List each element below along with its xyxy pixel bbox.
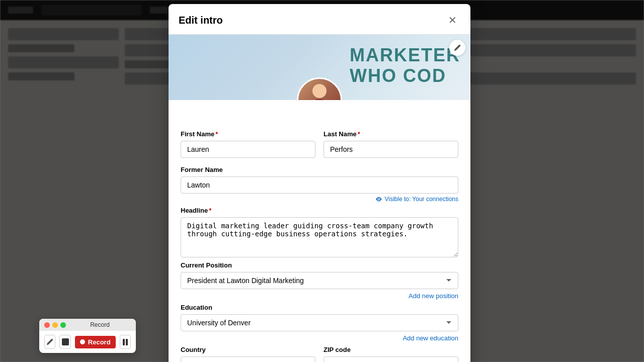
record-title-bar: Record [39,319,136,331]
avatar-area [297,77,342,100]
eye-icon [375,196,382,203]
square-inner [62,338,69,345]
first-name-group: First Name* [181,130,315,158]
name-row: First Name* Last Name* [181,130,458,158]
current-position-label: Current Position [181,261,458,269]
pause-bar-left [123,339,125,345]
modal-body: First Name* Last Name* Former Name Visib [169,100,470,362]
record-button[interactable]: Record [75,336,116,348]
modal-header: Edit intro ✕ [169,4,470,35]
record-controls: Record [39,331,136,353]
first-name-input[interactable] [181,141,315,158]
country-input[interactable] [181,356,315,362]
traffic-light-yellow[interactable] [52,322,58,328]
first-name-label: First Name* [181,130,315,138]
education-label: Education [181,304,458,311]
education-select[interactable]: University of Denver [181,314,458,331]
headline-textarea[interactable]: Digital marketing leader guiding cross-t… [181,217,458,257]
zip-input[interactable] [324,356,458,362]
record-title-text: Record [69,321,131,328]
former-name-group: Former Name Visible to: Your connections [181,166,458,203]
cover-edit-button[interactable] [449,40,465,56]
headline-group: Headline* Digital marketing leader guidi… [181,207,458,257]
record-widget: Record Record [39,319,136,353]
education-group: Education University of Denver Add new e… [181,304,458,342]
square-control[interactable] [59,335,70,349]
current-position-group: Current Position President at Lawton Dig… [181,261,458,300]
modal-title: Edit intro [179,15,223,26]
current-position-select[interactable]: President at Lawton Digital Marketing [181,272,458,289]
add-new-position-link[interactable]: Add new position [181,292,458,300]
zip-group: ZIP code [324,346,458,362]
cover-image-area: MARKETERWHO COD [169,35,470,100]
pause-button[interactable] [120,335,131,349]
traffic-lights [44,322,66,328]
last-name-input[interactable] [324,141,458,158]
last-name-label: Last Name* [324,130,458,138]
country-group: Country [181,346,315,362]
visibility-note: Visible to: Your connections [181,196,458,203]
former-name-input[interactable] [181,176,458,194]
country-label: Country [181,346,315,353]
add-new-education-link[interactable]: Add new education [181,334,458,342]
close-button[interactable]: ✕ [444,12,460,28]
cover-text: MARKETERWHO COD [350,45,460,86]
edit-intro-modal: Edit intro ✕ MARKETERWHO COD [169,4,470,362]
avatar [297,77,342,100]
zip-label: ZIP code [324,346,458,353]
record-dot [80,339,85,344]
svg-point-0 [378,199,380,200]
pencil-control[interactable] [44,335,55,349]
headline-label: Headline* [181,207,458,214]
traffic-light-green[interactable] [60,322,66,328]
pencil-icon [454,44,461,51]
traffic-light-red[interactable] [44,322,50,328]
location-row: Country ZIP code [181,346,458,362]
last-name-group: Last Name* [324,130,458,158]
former-name-label: Former Name [181,166,458,173]
pencil-ctrl-icon [46,338,53,345]
pause-bar-right [126,339,128,345]
